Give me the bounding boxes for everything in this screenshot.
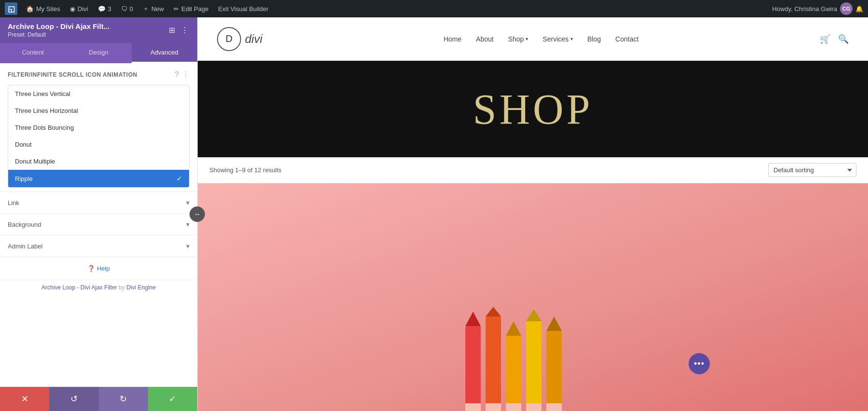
option-three-lines-horizontal[interactable]: Three Lines Horizontal [8, 102, 189, 119]
site-navigation: D divi Home About Shop ▾ Services ▾ Blog… [198, 17, 868, 61]
help-link[interactable]: Help [97, 265, 110, 272]
svg-rect-8 [506, 403, 521, 411]
divi-menu[interactable]: ◉ Divi [66, 0, 92, 17]
services-chevron-icon: ▾ [570, 36, 573, 41]
svg-rect-12 [546, 331, 562, 411]
nav-contact[interactable]: Contact [615, 35, 638, 43]
howdy-section: Howdy, Christina Gwira CG 🔔 [772, 2, 863, 15]
option-three-lines-vertical[interactable]: Three Lines Vertical [8, 85, 189, 102]
tab-design[interactable]: Design [66, 43, 131, 63]
product-grid-area: ••• [198, 183, 868, 411]
product-image-placeholder: ••• [198, 183, 868, 411]
tab-advanced[interactable]: Advanced [132, 43, 197, 63]
logo-circle: D [217, 27, 241, 51]
wp-admin-bar: ◱ 🏠 My Sites ◉ Divi 💬 3 🗨 0 ＋ New ✏ Edit… [0, 0, 868, 17]
resize-handle[interactable]: ↔ [190, 206, 205, 222]
option-ripple[interactable]: Ripple ✓ [8, 170, 189, 187]
nav-shop[interactable]: Shop ▾ [508, 35, 529, 43]
home-icon: 🏠 [26, 5, 34, 13]
panel-title: Archive Loop - Divi Ajax Filt... [8, 22, 109, 30]
showing-results-text: Showing 1–9 of 12 results [209, 166, 282, 174]
more-options-icon[interactable]: ⋮ [180, 25, 190, 36]
speech-bubbles-menu[interactable]: 🗨 0 [117, 0, 137, 17]
nav-blog[interactable]: Blog [587, 35, 601, 43]
search-icon[interactable]: 🔍 [838, 34, 849, 44]
grid-view-icon[interactable]: ⊞ [168, 25, 176, 36]
help-section: ❓ Help [0, 257, 197, 280]
pencils-illustration [456, 307, 610, 411]
logo-text: divi [245, 32, 262, 46]
svg-marker-7 [506, 321, 521, 336]
comment-bubble-icon: 💬 [98, 5, 106, 13]
comments-menu[interactable]: 💬 3 [94, 0, 115, 17]
svg-marker-4 [486, 307, 501, 316]
redo-button[interactable]: ↻ [99, 387, 148, 411]
animation-dropdown-list: Three Lines Vertical Three Lines Horizon… [8, 85, 190, 188]
svg-rect-5 [486, 403, 501, 411]
svg-marker-13 [546, 316, 562, 331]
nav-utility-icons: 🛒 🔍 [820, 34, 849, 44]
cart-icon[interactable]: 🛒 [820, 34, 830, 44]
svg-marker-1 [465, 312, 481, 326]
shop-bar: Showing 1–9 of 12 results Default sortin… [198, 157, 868, 183]
edit-page-btn[interactable]: ✏ Edit Page [170, 0, 212, 17]
footer-attribution: Archive Loop - Divi Ajax Filter by Divi … [0, 280, 197, 295]
new-content-menu[interactable]: ＋ New [139, 0, 168, 17]
background-section-toggle[interactable]: Background ▾ [0, 213, 197, 235]
three-dots-action-button[interactable]: ••• [689, 353, 710, 374]
svg-rect-0 [465, 326, 481, 411]
settings-panel: Archive Loop - Divi Ajax Filt... Preset:… [0, 17, 198, 411]
tab-bar: Content Design Advanced [0, 43, 197, 63]
checkmark-icon: ✓ [176, 175, 182, 182]
nav-about[interactable]: About [476, 35, 494, 43]
question-icon[interactable]: ? [175, 70, 179, 79]
option-donut[interactable]: Donut [8, 136, 189, 153]
exit-builder-btn[interactable]: Exit Visual Builder [214, 0, 272, 17]
shop-chevron-icon: ▾ [526, 36, 528, 41]
pencil-icon: ✏ [174, 5, 179, 13]
animation-section-header: Filter/Infinite Scroll Icon Animation ? … [0, 63, 197, 83]
svg-rect-2 [465, 403, 481, 411]
chevron-down-icon: ▾ [186, 242, 190, 250]
undo-button[interactable]: ↺ [49, 387, 98, 411]
sort-select[interactable]: Default sortingSort by popularitySort by… [768, 163, 856, 177]
preview-panel: D divi Home About Shop ▾ Services ▾ Blog… [198, 17, 868, 411]
svg-rect-6 [506, 336, 521, 411]
author-link[interactable]: Divi Engine [126, 284, 156, 291]
panel-preset[interactable]: Preset: Default [8, 31, 109, 38]
chevron-down-icon: ▾ [186, 199, 190, 206]
speech-icon: 🗨 [121, 5, 127, 13]
shop-content: Showing 1–9 of 12 results Default sortin… [198, 157, 868, 411]
svg-rect-9 [526, 321, 542, 411]
divi-icon: ◉ [70, 5, 75, 13]
cancel-button[interactable]: ✕ [0, 387, 49, 411]
help-question-icon: ❓ [87, 265, 95, 272]
my-sites-menu[interactable]: 🏠 My Sites [22, 0, 64, 17]
shop-hero: SHOP [198, 61, 868, 157]
panel-header-icons: ⊞ ⋮ [168, 25, 190, 36]
shop-title: SHOP [473, 85, 593, 134]
nav-home[interactable]: Home [444, 35, 461, 43]
chevron-down-icon: ▾ [186, 220, 190, 228]
panel-header: Archive Loop - Divi Ajax Filt... Preset:… [0, 17, 197, 43]
svg-rect-14 [546, 403, 562, 411]
save-button[interactable]: ✓ [148, 387, 197, 411]
option-three-dots-bouncing[interactable]: Three Dots Bouncing [8, 119, 189, 136]
plus-icon: ＋ [143, 4, 149, 13]
nav-links: Home About Shop ▾ Services ▾ Blog Contac… [444, 35, 639, 43]
admin-label-section-toggle[interactable]: Admin Label ▾ [0, 235, 197, 257]
avatar: CG [840, 2, 853, 15]
nav-services[interactable]: Services ▾ [542, 35, 573, 43]
plugin-name-link[interactable]: Archive Loop - Divi Ajax Filter [41, 284, 117, 291]
vertical-dots-icon[interactable]: ⋮ [182, 70, 190, 79]
svg-marker-10 [526, 309, 542, 321]
site-logo: D divi [217, 27, 262, 51]
wordpress-icon[interactable]: ◱ [5, 2, 17, 15]
panel-scroll-area: Filter/Infinite Scroll Icon Animation ? … [0, 63, 197, 387]
svg-rect-11 [526, 403, 542, 411]
notifications-icon: 🔔 [855, 5, 863, 13]
tab-content[interactable]: Content [0, 43, 66, 63]
svg-rect-3 [486, 316, 501, 411]
option-donut-multiple[interactable]: Donut Multiple [8, 153, 189, 170]
link-section-toggle[interactable]: Link ▾ [0, 192, 197, 213]
